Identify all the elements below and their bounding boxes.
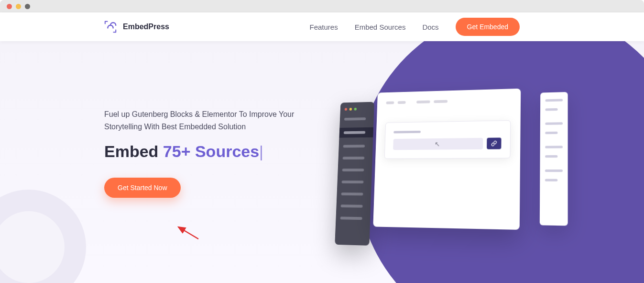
illustration-bar (545, 146, 563, 148)
hero-content: Fuel up Gutenberg Blocks & Elementor To … (104, 108, 305, 198)
illustration-sidebar-item (343, 145, 365, 147)
illustration-link-button (487, 137, 502, 149)
window-close-dot[interactable] (7, 4, 12, 9)
get-started-button[interactable]: Get Started Now (104, 178, 181, 198)
illustration-bar (545, 108, 557, 111)
illustration-embed-card: ↖ (384, 120, 511, 159)
illustration-bar (416, 101, 430, 103)
window-minimize-dot[interactable] (16, 4, 21, 9)
illustration-top-bars (386, 98, 511, 104)
illustration-dot-yellow (349, 108, 352, 111)
decorative-blob-light (0, 190, 86, 283)
illustration-main-panel: ↖ (373, 89, 521, 230)
get-embeded-button[interactable]: Get Embeded (456, 18, 520, 36)
illustration-bar (386, 102, 394, 104)
browser-chrome (0, 0, 644, 12)
hero-section: Fuel up Gutenberg Blocks & Elementor To … (0, 41, 644, 283)
illustration-sidebar-item (341, 204, 363, 207)
illustration-right-panel (540, 92, 568, 226)
illustration-sidebar-item (340, 216, 362, 220)
hero-subtitle: Fuel up Gutenberg Blocks & Elementor To … (104, 108, 305, 133)
hero-illustration: ↖ (335, 87, 563, 256)
illustration-sidebar-item (344, 117, 366, 121)
site-header: EmbedPress Features Embed Sources Docs G… (0, 12, 644, 41)
illustration-bar (545, 170, 563, 172)
svg-line-1 (178, 227, 198, 239)
illustration-bar (545, 155, 557, 158)
illustration-input-row: ↖ (393, 137, 501, 150)
illustration-sidebar-item (342, 181, 364, 183)
illustration-window-dots (345, 107, 370, 111)
illustration-bar (398, 101, 406, 104)
illustration-sidebar-item (341, 192, 363, 195)
illustration-dot-red (345, 108, 348, 111)
nav-embed-sources[interactable]: Embed Sources (355, 23, 406, 31)
link-icon (491, 141, 497, 147)
nav-docs[interactable]: Docs (422, 23, 438, 31)
illustration-bar (545, 179, 557, 181)
main-nav: Features Embed Sources Docs Get Embeded (309, 18, 520, 36)
illustration-bar (545, 99, 563, 102)
illustration-sidebar-item (343, 157, 365, 159)
illustration-bar (545, 122, 563, 125)
illustration-sidebar-item (342, 169, 364, 171)
cursor-icon: ↖ (435, 140, 440, 148)
illustration-bar (545, 132, 557, 134)
illustration-bar (434, 100, 448, 103)
annotation-arrow (175, 225, 201, 243)
logo[interactable]: EmbedPress (103, 19, 169, 34)
hero-title-highlight: 75+ Sources (163, 142, 259, 160)
illustration-card-label (393, 131, 421, 134)
illustration-url-input: ↖ (393, 138, 483, 150)
nav-features[interactable]: Features (309, 23, 338, 31)
hero-title-prefix: Embed (104, 142, 163, 160)
logo-text: EmbedPress (123, 23, 169, 31)
hero-title: Embed 75+ Sources| (104, 142, 305, 161)
window-maximize-dot[interactable] (25, 4, 30, 9)
illustration-sidebar-item-active (339, 127, 373, 138)
hero-title-cursor: | (259, 142, 263, 160)
illustration-sidebar (335, 102, 374, 246)
illustration-dot-green (354, 108, 357, 111)
logo-icon (103, 19, 118, 34)
